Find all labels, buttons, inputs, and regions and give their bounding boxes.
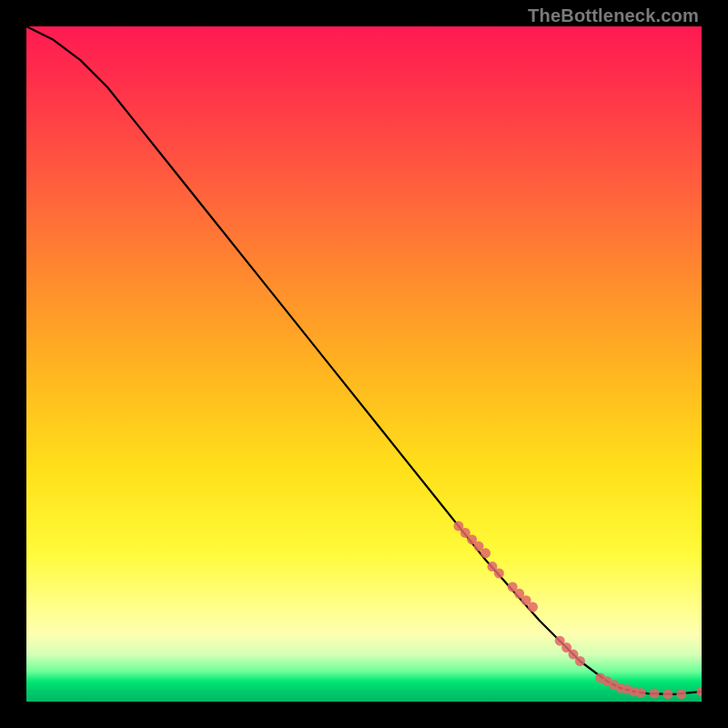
scatter-point — [676, 689, 686, 699]
scatter-point — [488, 561, 498, 571]
watermark-text: TheBottleneck.com — [528, 5, 699, 26]
scatter-point — [636, 688, 646, 698]
scatter-point — [453, 521, 463, 531]
scatter-point — [494, 569, 504, 579]
scatter-point — [595, 673, 605, 683]
scatter-point — [616, 683, 626, 693]
scatter-point — [460, 528, 470, 538]
scatter-point — [555, 636, 565, 646]
scatter-point — [602, 676, 612, 686]
scatter-point — [650, 689, 660, 699]
scatter-point — [480, 548, 490, 558]
scatter-point — [575, 656, 585, 666]
scatter-point — [474, 541, 484, 551]
scatter-points — [453, 521, 702, 700]
scatter-point — [508, 581, 518, 592]
scatter-point — [629, 686, 639, 696]
scatter-point — [528, 602, 538, 612]
scatter-point — [622, 684, 632, 694]
scatter-point — [521, 595, 531, 605]
scatter-point — [514, 589, 524, 599]
scatter-point — [609, 680, 619, 690]
scatter-point — [662, 689, 672, 699]
scatter-point — [569, 650, 579, 660]
scatter-point — [561, 642, 571, 652]
main-curve — [26, 26, 702, 694]
scatter-point — [467, 534, 477, 544]
plot-area — [26, 26, 702, 702]
scatter-point — [697, 686, 703, 696]
chart-overlay — [26, 26, 702, 702]
chart-frame: TheBottleneck.com — [0, 0, 728, 728]
